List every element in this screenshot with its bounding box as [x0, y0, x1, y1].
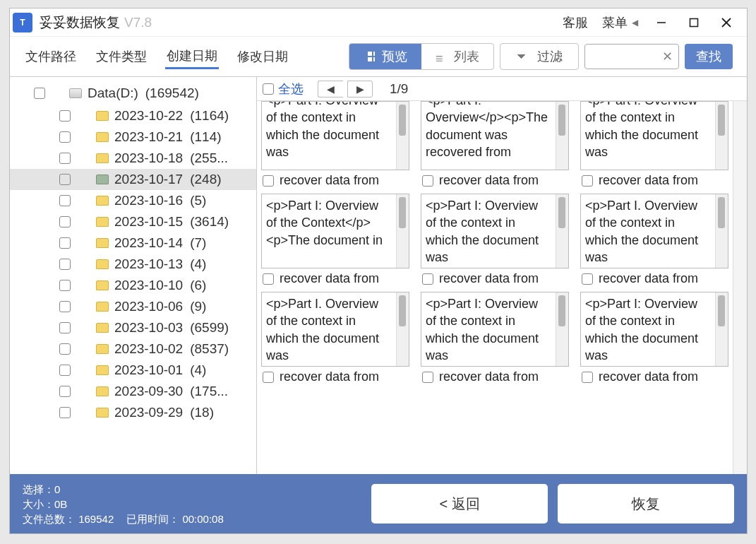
item-checkbox[interactable]	[59, 280, 71, 291]
item-count: (6599)	[190, 320, 229, 336]
tab-path[interactable]: 文件路径	[24, 45, 78, 68]
support-link[interactable]: 客服	[563, 14, 588, 31]
minimize-button[interactable]	[645, 8, 678, 37]
card-checkbox[interactable]	[582, 273, 593, 285]
card-scrollbar[interactable]	[715, 102, 728, 170]
tree-item[interactable]: 2023-10-18(255...	[10, 148, 256, 169]
tree-item[interactable]: 2023-10-06(9)	[10, 296, 256, 317]
item-checkbox[interactable]	[59, 237, 71, 249]
item-count: (4)	[190, 362, 206, 378]
card-scrollbar[interactable]	[396, 102, 409, 170]
search-input[interactable]: ✕	[584, 44, 679, 69]
item-checkbox[interactable]	[59, 259, 71, 270]
back-button[interactable]: < 返回	[371, 484, 548, 524]
card-checkbox[interactable]	[263, 175, 274, 187]
card-checkbox[interactable]	[422, 175, 433, 187]
card-scrollbar[interactable]	[396, 292, 409, 366]
tree-item[interactable]: 2023-10-13(4)	[10, 254, 256, 275]
root-checkbox[interactable]	[34, 88, 45, 99]
preview-card[interactable]: <p>Part I: Overview of the context in wh…	[580, 101, 728, 191]
preview-card[interactable]: <p>Part I. Overview of the context in wh…	[261, 292, 409, 387]
select-all-label[interactable]: 全选	[278, 81, 304, 97]
item-checkbox[interactable]	[59, 153, 71, 164]
card-checkbox[interactable]	[263, 372, 274, 383]
close-button[interactable]	[710, 8, 743, 37]
tab-type[interactable]: 文件类型	[95, 45, 148, 68]
preview-card[interactable]: <p>Part I: Overview of the context in wh…	[421, 194, 569, 289]
item-count: (5)	[190, 193, 206, 208]
preview-card[interactable]: <p>Part I: Overview of the context in wh…	[580, 292, 728, 387]
card-scrollbar[interactable]	[556, 292, 568, 366]
tree-item[interactable]: 2023-10-01(4)	[10, 360, 256, 381]
item-label: 2023-10-14	[114, 235, 183, 251]
card-checkbox[interactable]	[263, 273, 274, 285]
tree-item[interactable]: 2023-10-03(6599)	[10, 317, 256, 338]
preview-card[interactable]: <p>Part I: Overview of the Context</p><p…	[261, 194, 409, 289]
card-checkbox[interactable]	[422, 273, 433, 285]
preview-card[interactable]: <p>Part I. Overview of the context in wh…	[580, 194, 728, 289]
clear-icon[interactable]: ✕	[662, 49, 673, 64]
item-checkbox[interactable]	[59, 407, 71, 418]
preview-view-button[interactable]: 预览	[349, 44, 421, 69]
item-label: 2023-09-29	[114, 405, 183, 420]
list-view-button[interactable]: 列表	[421, 44, 493, 69]
folder-icon	[96, 132, 109, 142]
next-page-button[interactable]: ▶	[347, 81, 373, 97]
tree-item[interactable]: 2023-10-22(1164)	[10, 105, 256, 126]
content-area: ▾ Data(D:) (169542) 2023-10-22(1164)2023…	[10, 76, 747, 474]
card-scrollbar[interactable]	[715, 194, 728, 268]
maximize-button[interactable]	[678, 8, 710, 37]
menu-link[interactable]: 菜单 ◀	[602, 14, 638, 31]
card-scrollbar[interactable]	[556, 102, 568, 170]
tree-item[interactable]: 2023-10-02(8537)	[10, 338, 256, 360]
preview-card[interactable]: <p>Part I: Overview of the context in wh…	[421, 292, 569, 387]
card-checkbox[interactable]	[582, 372, 593, 383]
item-label: 2023-10-10	[114, 278, 183, 293]
tab-modified[interactable]: 修改日期	[236, 45, 289, 68]
item-checkbox[interactable]	[59, 216, 71, 227]
prev-page-button[interactable]: ◀	[318, 81, 343, 97]
item-checkbox[interactable]	[59, 131, 71, 143]
folder-icon	[96, 111, 109, 121]
item-checkbox[interactable]	[59, 322, 71, 333]
card-scrollbar[interactable]	[396, 194, 409, 268]
find-button[interactable]: 查找	[685, 44, 733, 69]
svg-rect-1	[690, 18, 698, 26]
item-label: 2023-10-13	[114, 256, 183, 272]
item-checkbox[interactable]	[59, 195, 71, 206]
select-all-checkbox[interactable]	[263, 83, 274, 95]
card-text: <p>Part I: Overview of the context in wh…	[581, 292, 715, 366]
card-checkbox[interactable]	[582, 175, 593, 187]
card-scrollbar[interactable]	[556, 194, 568, 268]
tree-item[interactable]: 2023-10-21(114)	[10, 126, 256, 148]
tree-root[interactable]: ▾ Data(D:) (169542)	[10, 81, 256, 105]
tree-item[interactable]: 2023-09-29(18)	[10, 402, 256, 423]
main-scrollbar[interactable]	[733, 101, 747, 474]
tree-item[interactable]: 2023-10-14(7)	[10, 232, 256, 254]
item-checkbox[interactable]	[59, 174, 71, 185]
preview-card[interactable]: <p>Part I: Overview</p><p>The document w…	[421, 101, 569, 191]
tree-item[interactable]: 2023-09-30(175...	[10, 381, 256, 402]
item-count: (255...	[190, 150, 228, 166]
card-scrollbar[interactable]	[715, 292, 728, 366]
item-checkbox[interactable]	[59, 365, 71, 376]
tree-item[interactable]: 2023-10-17(248)	[10, 169, 256, 190]
item-count: (4)	[190, 256, 206, 272]
item-label: 2023-10-15	[114, 214, 183, 230]
card-preview: <p>Part I: Overview of the context in wh…	[261, 101, 409, 170]
preview-card[interactable]: <p>Part I: Overview of the context in wh…	[261, 101, 409, 191]
card-text: <p>Part I: Overview of the context in wh…	[421, 292, 556, 366]
item-label: 2023-10-02	[114, 341, 183, 357]
item-checkbox[interactable]	[59, 110, 71, 122]
item-checkbox[interactable]	[59, 301, 71, 312]
recover-button[interactable]: 恢复	[558, 484, 734, 524]
tree-item[interactable]: 2023-10-15(3614)	[10, 211, 256, 232]
item-count: (18)	[190, 405, 214, 420]
tab-created[interactable]: 创建日期	[165, 45, 219, 69]
tree-item[interactable]: 2023-10-10(6)	[10, 275, 256, 296]
item-checkbox[interactable]	[59, 386, 71, 397]
tree-item[interactable]: 2023-10-16(5)	[10, 190, 256, 211]
filter-button[interactable]: ⏷ 过滤	[500, 43, 579, 70]
item-checkbox[interactable]	[59, 343, 71, 355]
card-checkbox[interactable]	[422, 372, 433, 383]
